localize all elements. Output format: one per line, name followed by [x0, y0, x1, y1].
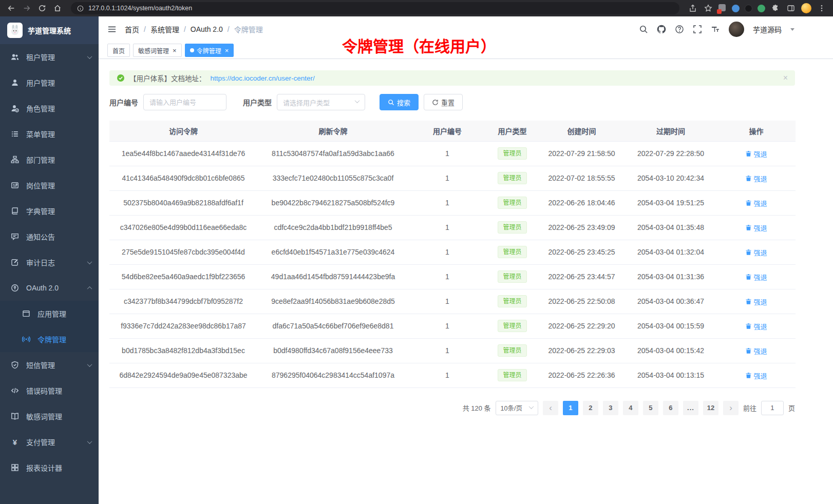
force-logout-button[interactable]: 强退	[745, 223, 767, 232]
browser-reload-icon[interactable]	[37, 3, 47, 13]
force-logout-button[interactable]: 强退	[745, 321, 767, 331]
share-icon[interactable]	[688, 3, 698, 13]
breadcrumb-item[interactable]: 首页	[125, 24, 139, 34]
column-header: 用户编号	[409, 121, 486, 141]
search-button[interactable]: 搜索	[380, 94, 419, 110]
sidebar-item-dict[interactable]: 字典管理	[0, 198, 99, 224]
extension-badge	[717, 9, 722, 14]
app-logo	[7, 23, 23, 38]
sidebar-item-pay[interactable]: ¥支付管理	[0, 429, 99, 455]
sidebar-item-tenant[interactable]: 租户管理	[0, 44, 99, 70]
sidebar-item-oauth2-token[interactable]: 令牌管理	[0, 326, 99, 352]
extension-icon[interactable]	[758, 5, 765, 12]
user-type-tag: 管理员	[498, 221, 526, 234]
chevron-down-icon	[88, 363, 91, 367]
page-button[interactable]: 12	[703, 401, 718, 415]
force-logout-button[interactable]: 强退	[745, 198, 767, 208]
help-icon[interactable]	[675, 25, 684, 34]
browser-menu-icon[interactable]	[817, 3, 827, 13]
sidebar-item-menu[interactable]: 菜单管理	[0, 121, 99, 147]
prev-page-button[interactable]: ‹	[543, 401, 558, 415]
more-pages-button[interactable]: ...	[683, 401, 698, 415]
page-button[interactable]: 5	[643, 401, 658, 415]
tab-0[interactable]: 首页	[107, 44, 130, 57]
sidebar-item-oauth2-app[interactable]: 应用管理	[0, 301, 99, 326]
page-button[interactable]: 6	[663, 401, 678, 415]
force-logout-button[interactable]: 强退	[745, 149, 767, 159]
sidebar-item-sms[interactable]: 短信管理	[0, 352, 99, 378]
next-page-button[interactable]: ›	[723, 401, 739, 415]
sidebar-item-audit-log[interactable]: 审计日志	[0, 249, 99, 275]
extension-icon[interactable]	[732, 5, 740, 12]
sidebar-item-report[interactable]: 报表设计器	[0, 455, 99, 480]
sidebar-item-label: 岗位管理	[26, 180, 55, 190]
force-logout-button[interactable]: 强退	[745, 173, 767, 183]
user-id-input[interactable]	[143, 94, 226, 110]
sidebar-item-post[interactable]: 岗位管理	[0, 172, 99, 198]
force-logout-button[interactable]: 强退	[745, 272, 767, 282]
sidebar-item-dept[interactable]: 部门管理	[0, 147, 99, 172]
tab-2[interactable]: 令牌管理×	[185, 44, 234, 57]
user-avatar[interactable]	[729, 22, 744, 37]
bookmark-star-icon[interactable]	[703, 3, 713, 13]
page-button[interactable]: 3	[603, 401, 618, 415]
goto-page-input[interactable]	[761, 401, 784, 415]
page-size-select[interactable]: 10条/页	[496, 401, 538, 415]
doc-link[interactable]: https://doc.iocoder.cn/user-center/	[211, 74, 315, 82]
force-logout-button[interactable]: 强退	[745, 371, 767, 380]
close-icon[interactable]: ×	[225, 47, 229, 54]
action-cell: 强退	[717, 363, 796, 387]
sidebar-item-sensitive-word[interactable]: 敏感词管理	[0, 403, 99, 429]
sidebar-item-notice[interactable]: 通知公告	[0, 224, 99, 249]
reset-button[interactable]: 重置	[424, 94, 463, 110]
breadcrumb-separator: /	[144, 25, 146, 33]
browser-forward-icon[interactable]	[22, 3, 32, 13]
sidebar-item-label: 部门管理	[26, 154, 55, 165]
breadcrumb-item[interactable]: 系统管理	[150, 24, 179, 34]
page-button[interactable]: 2	[583, 401, 598, 415]
page-button[interactable]: 4	[623, 401, 638, 415]
sidebar-item-label: 角色管理	[26, 103, 55, 113]
address-bar[interactable]: 127.0.0.1:1024/system/oauth2/token	[71, 2, 679, 14]
chevron-down-icon[interactable]	[790, 28, 794, 31]
user-type-cell: 管理员	[486, 166, 539, 190]
sidebar-item-label: 菜单管理	[26, 129, 55, 139]
browser-home-icon[interactable]	[52, 3, 63, 13]
close-icon[interactable]: ×	[173, 47, 177, 54]
username[interactable]: 芋道源码	[753, 24, 782, 34]
github-icon[interactable]	[657, 25, 666, 34]
page-button[interactable]: 1	[563, 401, 578, 415]
fullscreen-icon[interactable]	[693, 25, 702, 34]
user-type-select[interactable]: 请选择用户类型	[277, 94, 365, 110]
close-icon[interactable]: ×	[783, 73, 788, 83]
user-type-tag: 管理员	[498, 344, 526, 357]
sidebar-item-role[interactable]: 角色管理	[0, 95, 99, 121]
oauth-icon	[10, 283, 20, 293]
site-info-icon[interactable]	[76, 4, 84, 12]
pager-pages: 123456...12	[563, 401, 718, 415]
extension-icon[interactable]	[718, 4, 727, 12]
font-size-icon[interactable]	[711, 25, 720, 34]
user-type-tag: 管理员	[498, 197, 526, 209]
force-logout-button[interactable]: 强退	[745, 297, 767, 306]
app-logo-row[interactable]: 芋道管理系统	[0, 16, 99, 44]
breadcrumb-item[interactable]: OAuth 2.0	[191, 25, 223, 33]
extensions-puzzle-icon[interactable]	[770, 3, 781, 13]
tab-1[interactable]: 敏感词管理×	[133, 44, 182, 57]
sidebar-item-user[interactable]: 用户管理	[0, 70, 99, 95]
hamburger-icon[interactable]	[107, 25, 117, 34]
extension-icon[interactable]	[745, 5, 752, 12]
edit-icon	[10, 258, 20, 267]
browser-back-icon[interactable]	[6, 3, 16, 13]
users-icon	[10, 52, 20, 62]
sidebar-item-error-code[interactable]: 错误码管理	[0, 378, 99, 403]
chevron-up-icon	[88, 286, 91, 290]
sidebar-item-oauth2[interactable]: OAuth 2.0	[0, 275, 99, 301]
search-icon[interactable]	[639, 25, 648, 34]
side-panel-icon[interactable]	[786, 3, 796, 13]
force-logout-button[interactable]: 强退	[745, 346, 767, 356]
browser-profile-avatar[interactable]	[801, 3, 811, 13]
force-logout-button[interactable]: 强退	[745, 247, 767, 257]
chevron-down-icon	[529, 404, 534, 409]
app-title: 芋道管理系统	[28, 25, 71, 35]
